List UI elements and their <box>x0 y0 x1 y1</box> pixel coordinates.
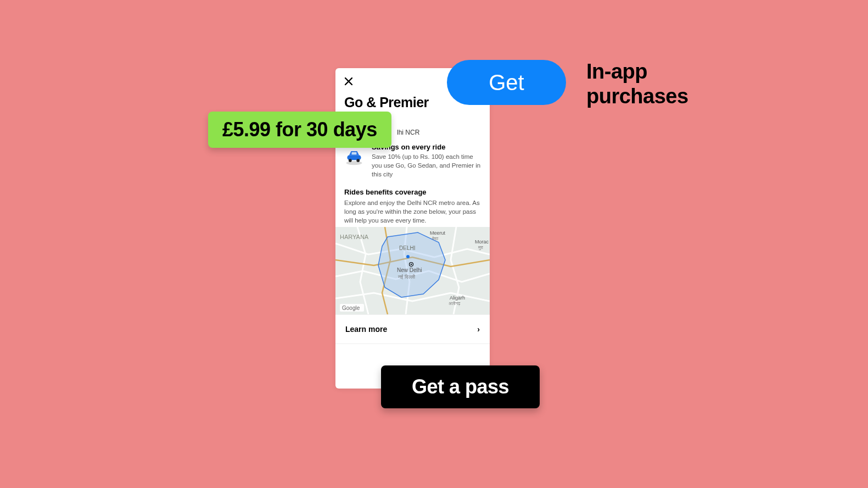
svg-rect-4 <box>352 152 357 155</box>
map-attribution: Google <box>342 305 360 311</box>
svg-point-6 <box>406 255 410 258</box>
map-label-meerut-hi: मेरठ <box>432 236 439 241</box>
coverage-body: Explore and enjoy the Delhi NCR metro ar… <box>344 199 481 225</box>
benefit-row: Savings on every ride Save 10% (up to Rs… <box>344 143 481 179</box>
car-icon <box>344 146 364 166</box>
pass-title: Go & Premier <box>344 95 429 110</box>
svg-point-2 <box>349 159 352 162</box>
learn-more-label: Learn more <box>345 325 387 334</box>
map-label-newdelhi-hi: नई दिल्ली <box>397 274 416 280</box>
map-label-newdelhi: New Delhi <box>397 267 422 273</box>
get-button[interactable]: Get <box>447 60 566 105</box>
chevron-right-icon: › <box>477 325 480 334</box>
benefit-body: Save 10% (up to Rs. 100) each time you u… <box>372 153 481 179</box>
inapp-purchases-label: In-app purchases <box>586 59 688 109</box>
svg-point-3 <box>356 159 360 162</box>
learn-more-row[interactable]: Learn more › <box>335 314 490 344</box>
coverage-title: Rides benefits coverage <box>344 188 481 196</box>
svg-point-8 <box>411 264 412 265</box>
map-label-morad: Morac <box>475 239 489 245</box>
map-label-aligarh-hi: अलीगढ़ <box>449 301 461 306</box>
map-label-aligarh: Aligarh <box>450 295 465 301</box>
map-label-haryana: HARYANA <box>340 234 369 240</box>
svg-point-0 <box>346 161 362 165</box>
map-label-morad-hi: मुरा <box>478 245 483 251</box>
map-label-meerut: Meerut <box>430 230 446 236</box>
get-a-pass-button[interactable]: Get a pass <box>381 365 540 408</box>
pass-region-suffix: lhi NCR <box>397 129 419 136</box>
coverage-map[interactable]: HARYANA DELHI New Delhi नई दिल्ली Meerut… <box>335 227 490 314</box>
close-icon[interactable] <box>343 76 354 87</box>
price-pill: £5.99 for 30 days <box>208 112 391 148</box>
coverage-section: Rides benefits coverage Explore and enjo… <box>344 188 481 225</box>
map-label-delhi: DELHI <box>399 245 415 251</box>
